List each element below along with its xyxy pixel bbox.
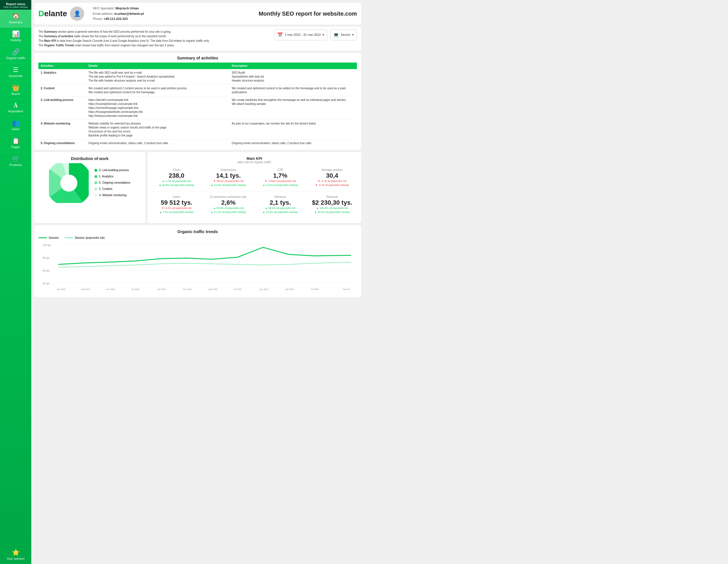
logo-d: D — [38, 9, 44, 18]
kpi-card-changes: ▲ 149.0% od poprzedni rok▲ 48.2% od popr… — [309, 207, 355, 214]
sidebar-item-brand[interactable]: 👑 Brand — [0, 81, 31, 99]
kpi-change-item: ▼ -0.76 od poprzedni miesiąc — [309, 183, 355, 187]
device-icon: 💻 — [333, 31, 339, 39]
kpi-card-label: E-commerce conversion rate — [205, 195, 251, 199]
trends-legend: Session Session (poprzedni rok) — [38, 236, 357, 240]
activities-header-row: Activities ↑ Details Description — [38, 63, 357, 69]
kpi-card-value: $2 230,30 tys. — [309, 199, 355, 207]
sidebar-label-keywords: Keywords — [9, 74, 22, 78]
activities-bold: Summary of activities — [44, 35, 73, 38]
users-icon: 👥 — [12, 120, 20, 126]
details-cell: Website visibility for selected key phra… — [86, 120, 229, 140]
sidebar-title: Report menu — [1, 2, 30, 6]
kpi-card: Users59 512 tys.▼ -6.1% od poprzedni rok… — [152, 194, 201, 216]
sidebar-label-visibility: Visibility — [10, 38, 21, 42]
table-row: 5. Ongoing consultationsOngoing email co… — [38, 140, 357, 147]
activity-cell: 5. Ongoing consultations — [38, 140, 86, 147]
logo-area: Delante 👤 — [38, 7, 84, 21]
sidebar-item-acquisition[interactable]: Å Acquisition — [0, 99, 31, 117]
seo-specialist-row: SEO Specialist: Wojciech Urban — [93, 6, 144, 11]
kpi-card: Impressions14,1 tys.▼ 38.0% od poprzedni… — [204, 167, 253, 189]
kpi-change-item: ▼ -0.76 od poprzedni rok — [309, 179, 355, 183]
phone-value: +48-111-222-333 — [104, 17, 128, 20]
x-label-5: wrz 2021 — [183, 288, 192, 290]
kpi-change-item: ▲ 59.9% od poprzedni rok — [205, 207, 251, 210]
description-cell: As part of our cooperation, we monitor t… — [229, 120, 357, 140]
session-line-sample — [38, 238, 47, 238]
sidebar-label-pages: Pages — [11, 145, 20, 149]
keywords-icon: ☰ — [13, 67, 18, 73]
table-row: 4. Website monitoringWebsite visibility … — [38, 120, 357, 140]
products-icon: 🛒 — [12, 156, 20, 162]
pie-center — [60, 175, 77, 192]
y-label-100: 100 tys. — [43, 244, 52, 247]
kpi-card-value: 238,0 — [154, 172, 200, 179]
x-label-2: cze 2021 — [106, 288, 115, 290]
kpi-change-item: ▲ 58.6% od poprzedni rok — [257, 207, 303, 210]
trends-bold: Organic Traffic Trends — [44, 44, 74, 47]
kpi-card-value: 14,1 tys. — [205, 172, 251, 179]
kpi-card-value: 2,1 tys. — [257, 199, 303, 207]
x-label-3: lip 2021 — [132, 288, 140, 290]
sidebar-item-keywords[interactable]: ☰ Keywords — [0, 63, 31, 81]
kpi-subtitle: data only for organic traffic — [152, 161, 357, 164]
kpi-change-item: ▲ 7.5% od poprzedni miesiąc — [154, 210, 200, 214]
legend-item: 5. Ongoing consultations — [94, 180, 130, 186]
phone-label: Phone: — [93, 17, 103, 20]
desc-line2: The Summary of activities table shows th… — [38, 34, 268, 39]
sidebar-label-users: Users — [12, 127, 20, 131]
details-cell: https://abcdef.com/example-link https://… — [86, 96, 229, 120]
sidebar-subtitle: Only in online version — [1, 6, 30, 9]
pie-chart — [49, 163, 89, 203]
kpi-card: E-commerce conversion rate2,6%▲ 59.9% od… — [204, 194, 253, 216]
sidebar-label-brand: Brand — [11, 92, 20, 96]
activity-cell: 1. Analytics — [38, 69, 86, 85]
date-filter-label: 1 mar 2022 - 31 mar 2022 — [285, 32, 321, 38]
kpi-row2: Users59 512 tys.▼ -6.1% od poprzedni rok… — [152, 194, 357, 216]
legend-session-prev: Session (poprzedni rok) — [65, 236, 105, 240]
x-label-10: lut 2022 — [311, 288, 319, 290]
legend-session: Session — [38, 236, 59, 240]
sidebar-item-users[interactable]: 👥 Users — [0, 117, 31, 135]
details-cell: The file with SEO audit was sent by e-ma… — [86, 69, 229, 85]
kpi-row1: Clicks238,0▲ 1.7% od poprzedni rok▲ 20.8… — [152, 167, 357, 189]
seo-name: Wojciech Urban — [115, 7, 139, 10]
phone-row: Phone: +48-111-222-333 — [93, 16, 144, 22]
kpi-card-label: Average position — [309, 168, 355, 172]
sidebar-item-visibility[interactable]: 📊 Visibility — [0, 28, 31, 46]
main-content: Delante 👤 SEO Specialist: Wojciech Urban… — [31, 0, 364, 302]
date-filter[interactable]: 📅 1 mar 2022 - 31 mar 2022 ▾ — [274, 30, 327, 40]
kpi-change-item: ▲ 20.8% od poprzedni miesiąc — [154, 183, 200, 187]
sidebar-item-organic[interactable]: 🔗 Organic traffic — [0, 46, 31, 63]
device-filter[interactable]: 💻 Device ▾ — [330, 30, 357, 40]
sidebar: Report menu Only in online version 🏠 Sum… — [0, 0, 31, 302]
kpi-change-item: ▲ 149.0% od poprzedni rok — [309, 207, 355, 210]
kpi-card: Average position30,4▼ -0.76 od poprzedni… — [307, 167, 357, 189]
sidebar-label-acquisition: Acquisition — [8, 110, 23, 113]
legend-item: 3. Link-building process — [94, 168, 130, 173]
desc-line1: The Summary section gives a general over… — [38, 30, 268, 34]
desc-line3: The Main KPI is data from Google Search … — [38, 39, 268, 43]
kpi-section: Main KPI data only for organic traffic C… — [148, 152, 361, 223]
trends-chart-area: 100 tys. 80 tys. 60 tys. 40 tys. kwi 202… — [38, 242, 357, 293]
y-label-40: 40 tys. — [43, 282, 50, 285]
activities-section: Summary of activities Activities ↑ Detai… — [34, 53, 361, 150]
kpi-change-item: ▼ -6.1% od poprzedni rok — [154, 207, 200, 210]
sidebar-item-summary[interactable]: 🏠 Summary — [0, 10, 31, 28]
kpi-card-value: 2,6% — [205, 199, 251, 207]
logo: Delante — [38, 9, 67, 18]
sidebar-item-products[interactable]: 🛒 Products — [0, 152, 31, 170]
email-value: w.urban@delante.pl — [114, 12, 144, 15]
kpi-card-changes: ▲ 59.9% od poprzedni rok▲ 12.1% od poprz… — [205, 207, 251, 214]
legend-item: 4. Website monitoring — [94, 193, 130, 198]
home-icon: 🏠 — [12, 13, 20, 19]
report-title: Monthly SEO report for website.com — [144, 11, 357, 17]
kpi-card-changes: ▼ 38.0% od poprzedni rok▲ 13.2% od poprz… — [205, 179, 251, 187]
avatar: 👤 — [70, 7, 84, 21]
kpi-card-label: Users — [154, 195, 200, 199]
x-label-6: paź 2021 — [208, 288, 218, 290]
sidebar-item-pages[interactable]: 📋 Pages — [0, 135, 31, 152]
legend-item: 1. Analytics — [94, 174, 130, 179]
description-cell: We created and optimized content to be a… — [229, 85, 357, 96]
seo-label: SEO Specialist: — [93, 7, 114, 10]
